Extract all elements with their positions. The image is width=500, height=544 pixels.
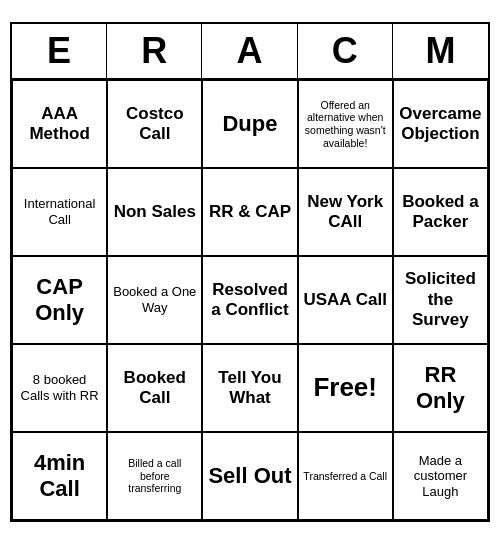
cell-text: Solicited the Survey (398, 269, 483, 330)
header-letter-r: R (107, 24, 202, 78)
cell-r1-c3[interactable]: New York CAll (298, 168, 393, 256)
cell-r3-c1[interactable]: Booked Call (107, 344, 202, 432)
cell-text: Non Sales (114, 202, 196, 222)
cell-r4-c3[interactable]: Transferred a Call (298, 432, 393, 520)
cell-text: Costco Call (112, 104, 197, 145)
cell-text: 4min Call (17, 450, 102, 503)
cell-r2-c4[interactable]: Solicited the Survey (393, 256, 488, 344)
cell-text: Booked Call (112, 368, 197, 409)
cell-text: RR Only (398, 362, 483, 415)
cell-r2-c2[interactable]: Resolved a Conflict (202, 256, 297, 344)
bingo-grid: AAA MethodCostco CallDupeOffered an alte… (12, 80, 488, 520)
cell-text: Booked a One Way (112, 284, 197, 315)
cell-text: Booked a Packer (398, 192, 483, 233)
cell-r4-c0[interactable]: 4min Call (12, 432, 107, 520)
cell-text: USAA Call (303, 290, 386, 310)
cell-r0-c0[interactable]: AAA Method (12, 80, 107, 168)
cell-r1-c4[interactable]: Booked a Packer (393, 168, 488, 256)
header-letter-a: A (202, 24, 297, 78)
header-letter-e: E (12, 24, 107, 78)
cell-r0-c3[interactable]: Offered an alternative when something wa… (298, 80, 393, 168)
cell-r3-c0[interactable]: 8 booked Calls with RR (12, 344, 107, 432)
cell-r2-c1[interactable]: Booked a One Way (107, 256, 202, 344)
cell-text: Sell Out (208, 463, 291, 489)
cell-r4-c1[interactable]: Billed a call before transferring (107, 432, 202, 520)
cell-text: Billed a call before transferring (112, 457, 197, 495)
cell-r2-c0[interactable]: CAP Only (12, 256, 107, 344)
header-letter-c: C (298, 24, 393, 78)
cell-text: Made a customer Laugh (398, 453, 483, 500)
cell-text: RR & CAP (209, 202, 291, 222)
cell-r3-c2[interactable]: Tell You What (202, 344, 297, 432)
cell-r0-c2[interactable]: Dupe (202, 80, 297, 168)
cell-text: Resolved a Conflict (207, 280, 292, 321)
cell-r4-c4[interactable]: Made a customer Laugh (393, 432, 488, 520)
cell-text: AAA Method (17, 104, 102, 145)
bingo-card: ERACM AAA MethodCostco CallDupeOffered a… (10, 22, 490, 522)
bingo-header: ERACM (12, 24, 488, 80)
cell-r0-c1[interactable]: Costco Call (107, 80, 202, 168)
cell-text: Dupe (222, 111, 277, 137)
cell-r4-c2[interactable]: Sell Out (202, 432, 297, 520)
cell-r3-c4[interactable]: RR Only (393, 344, 488, 432)
cell-text: Transferred a Call (303, 470, 387, 483)
cell-text: Free! (313, 372, 377, 403)
cell-r0-c4[interactable]: Overcame Objection (393, 80, 488, 168)
cell-r1-c2[interactable]: RR & CAP (202, 168, 297, 256)
cell-text: Overcame Objection (398, 104, 483, 145)
cell-r1-c1[interactable]: Non Sales (107, 168, 202, 256)
cell-r2-c3[interactable]: USAA Call (298, 256, 393, 344)
cell-text: Offered an alternative when something wa… (303, 99, 388, 149)
cell-text: 8 booked Calls with RR (17, 372, 102, 403)
cell-r1-c0[interactable]: International Call (12, 168, 107, 256)
cell-text: International Call (17, 196, 102, 227)
cell-text: Tell You What (207, 368, 292, 409)
cell-text: New York CAll (303, 192, 388, 233)
cell-r3-c3[interactable]: Free! (298, 344, 393, 432)
cell-text: CAP Only (17, 274, 102, 327)
header-letter-m: M (393, 24, 488, 78)
